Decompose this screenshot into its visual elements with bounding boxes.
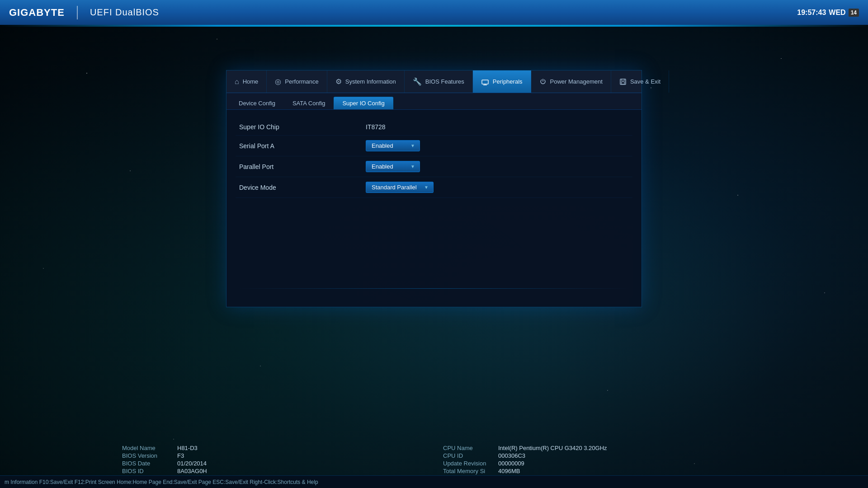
tab-peripherals-label: Peripherals (493, 78, 523, 85)
update-revision-label: Update Revision (443, 460, 493, 467)
total-memory-value: 4096MB (498, 468, 520, 474)
bios-icon: 🔧 (413, 77, 422, 86)
info-row-cpu-name: CPU Name Intel(R) Pentium(R) CPU G3420 3… (443, 445, 746, 451)
tab-performance-label: Performance (285, 78, 318, 85)
parallel-port-value: Enabled (372, 163, 407, 170)
brand-name: GIGABYTE (9, 7, 65, 19)
device-mode-dropdown-arrow: ▼ (424, 185, 429, 190)
tab-power-management[interactable]: Power Management (531, 70, 611, 93)
panel-glow (0, 25, 868, 27)
peripherals-icon (481, 77, 489, 86)
parallel-port-dropdown-arrow: ▼ (410, 164, 415, 169)
serial-port-value: Enabled (372, 142, 407, 149)
config-row-device-mode: Device Mode Standard Parallel ▼ (236, 177, 632, 198)
model-value: H81-D3 (177, 445, 198, 451)
info-row-update-revision: Update Revision 00000009 (443, 460, 746, 467)
device-mode-label: Device Mode (239, 184, 366, 191)
serial-port-label: Serial Port A (239, 142, 366, 150)
bios-date-value: 01/20/2014 (177, 460, 207, 467)
header-divider (77, 6, 78, 19)
info-row-bios-date: BIOS Date 01/20/2014 (122, 460, 425, 467)
save-icon (619, 78, 627, 86)
svg-rect-4 (621, 82, 624, 84)
content-divider (236, 288, 632, 289)
info-row-cpu-id: CPU ID 000306C3 (443, 452, 746, 459)
bios-id-label: BIOS ID (122, 468, 172, 474)
system-icon: ⚙ (335, 77, 342, 86)
info-row-total-memory: Total Memory Si 4096MB (443, 468, 746, 474)
total-memory-label: Total Memory Si (443, 468, 493, 474)
sub-tab-device-config[interactable]: Device Config (230, 97, 284, 109)
nav-tabs: ⌂ Home ◎ Performance ⚙ System Informatio… (226, 70, 642, 93)
tab-bios-label: BIOS Features (425, 78, 464, 85)
tab-power-label: Power Management (550, 78, 603, 85)
header-bar: GIGABYTE UEFI DualBIOS 19:57:43 WED 14 (0, 0, 868, 25)
parallel-port-label: Parallel Port (239, 163, 366, 170)
clock-day: WED (829, 9, 845, 17)
info-row-bios-version: BIOS Version F3 (122, 452, 425, 459)
tab-system-label: System Information (345, 78, 396, 85)
svg-rect-0 (482, 80, 488, 84)
device-mode-dropdown[interactable]: Standard Parallel ▼ (366, 182, 434, 193)
tab-performance[interactable]: ◎ Performance (267, 70, 327, 93)
config-row-chip: Super IO Chip IT8728 (236, 119, 632, 136)
bios-panel: ⌂ Home ◎ Performance ⚙ System Informatio… (226, 70, 642, 307)
sub-tab-device-config-label: Device Config (239, 100, 275, 107)
update-revision-value: 00000009 (498, 460, 524, 467)
tab-home[interactable]: ⌂ Home (226, 70, 267, 93)
tab-bios-features[interactable]: 🔧 BIOS Features (405, 70, 473, 93)
uefi-title: UEFI DualBIOS (90, 7, 159, 18)
date-badge: 14 (849, 9, 859, 17)
parallel-port-dropdown[interactable]: Enabled ▼ (366, 161, 420, 172)
device-mode-value: Standard Parallel (372, 184, 420, 191)
info-row-model: Model Name H81-D3 (122, 445, 425, 451)
model-label: Model Name (122, 445, 172, 451)
bios-id-value: 8A03AG0H (177, 468, 207, 474)
content-area: Super IO Chip IT8728 Serial Port A Enabl… (226, 110, 642, 307)
home-icon: ⌂ (235, 78, 239, 86)
cpu-name-label: CPU Name (443, 445, 493, 451)
bottom-system-info: Model Name H81-D3 CPU Name Intel(R) Pent… (0, 445, 868, 474)
performance-icon: ◎ (275, 77, 281, 86)
header-logo: GIGABYTE UEFI DualBIOS (9, 6, 159, 19)
bios-version-label: BIOS Version (122, 452, 172, 459)
serial-port-dropdown-arrow: ▼ (410, 143, 415, 148)
config-row-parallel-port: Parallel Port Enabled ▼ (236, 156, 632, 177)
cpu-id-label: CPU ID (443, 452, 493, 459)
config-row-serial-port: Serial Port A Enabled ▼ (236, 136, 632, 156)
header-time: 19:57:43 WED 14 (797, 9, 859, 17)
serial-port-dropdown[interactable]: Enabled ▼ (366, 140, 420, 151)
info-grid: Model Name H81-D3 CPU Name Intel(R) Pent… (122, 445, 746, 474)
chip-value: IT8728 (366, 123, 386, 131)
chip-label: Super IO Chip (239, 123, 366, 131)
cpu-id-value: 000306C3 (498, 452, 525, 459)
cpu-name-value: Intel(R) Pentium(R) CPU G3420 3.20GHz (498, 445, 607, 451)
main-content: ⌂ Home ◎ Performance ⚙ System Informatio… (0, 25, 868, 488)
help-bar: m Information F10:Save/Exit F12:Print Sc… (0, 475, 868, 488)
sub-tab-super-io-config[interactable]: Super IO Config (334, 97, 393, 109)
sub-tab-super-io-label: Super IO Config (342, 100, 384, 107)
power-icon (539, 78, 547, 86)
help-text: m Information F10:Save/Exit F12:Print Sc… (5, 479, 318, 485)
tab-home-label: Home (243, 78, 259, 85)
sub-tabs-bar: Device Config SATA Config Super IO Confi… (226, 93, 642, 110)
tab-save-exit[interactable]: Save & Exit (611, 70, 669, 93)
tab-system-information[interactable]: ⚙ System Information (327, 70, 405, 93)
info-row-bios-id: BIOS ID 8A03AG0H (122, 468, 425, 474)
bios-version-value: F3 (177, 452, 184, 459)
tab-save-exit-label: Save & Exit (630, 78, 660, 85)
sub-tab-sata-config-label: SATA Config (292, 100, 326, 107)
sub-tab-sata-config[interactable]: SATA Config (284, 97, 334, 109)
tab-peripherals[interactable]: Peripherals (473, 70, 531, 93)
bios-date-label: BIOS Date (122, 460, 172, 467)
clock-time: 19:57:43 (797, 9, 826, 17)
